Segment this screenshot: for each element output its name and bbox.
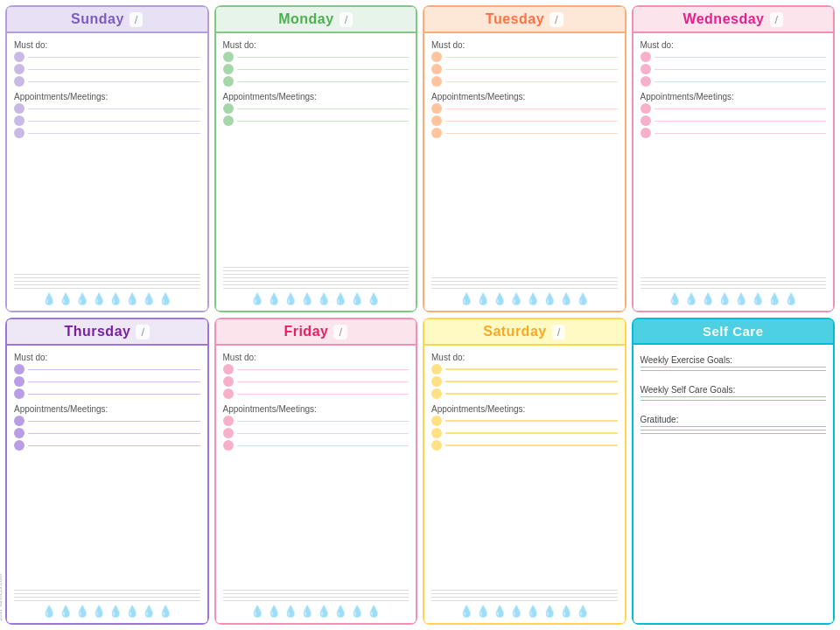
sunday-appt-row-3 [14,128,200,138]
monday-slash[interactable]: / [340,12,354,27]
monday-notes [223,130,410,289]
monday-drop-6: 💧 [333,292,347,305]
tuesday-header: Tuesday / [423,5,626,33]
saturday-note-3 [431,597,618,598]
day-card-friday: Friday / Must do: Appointments/Meetings:… [214,318,418,625]
thursday-bullet-2 [14,376,24,387]
tuesday-bullet-2 [431,64,442,74]
monday-note-4 [223,277,410,278]
saturday-appt-bullet-3 [431,440,442,451]
wednesday-note-1 [640,277,827,278]
saturday-header: Saturday / [423,318,626,346]
friday-appt-bullet-2 [223,428,234,438]
selfcare-gratitude-line-1 [640,426,827,427]
saturday-drop-5: 💧 [526,605,540,618]
sunday-drop-5: 💧 [108,292,122,305]
sunday-must-row-3 [14,76,200,87]
saturday-note-1 [431,590,618,591]
wednesday-drop-4: 💧 [718,292,732,305]
sunday-must-do-label: Must do: [14,40,200,50]
tuesday-must-do-label: Must do: [431,40,618,50]
wednesday-drop-3: 💧 [701,292,715,305]
wednesday-notes [640,143,827,289]
selfcare-gratitude-line-2 [640,430,827,430]
sunday-body: Must do: Appointments/Meetings: 💧 💧 💧 💧 … [5,33,209,312]
tuesday-notes [431,143,618,289]
tuesday-drop-6: 💧 [542,292,556,305]
tuesday-drop-4: 💧 [509,292,523,305]
friday-notes [223,455,410,601]
sunday-bullet-1 [14,52,24,62]
monday-note-1 [223,267,410,268]
friday-slash[interactable]: / [333,325,347,340]
watermark: 101Planners.com [0,574,3,621]
thursday-bullet-1 [14,364,24,374]
sunday-drop-1: 💧 [42,292,56,305]
saturday-drop-3: 💧 [493,605,507,618]
saturday-water-row: 💧 💧 💧 💧 💧 💧 💧 💧 [431,605,618,620]
wednesday-bullet-1 [640,52,651,62]
selfcare-goals-line-1 [640,396,827,397]
friday-drop-7: 💧 [350,605,364,618]
monday-header: Monday / [214,5,418,33]
saturday-slash[interactable]: / [552,325,566,340]
monday-must-do-label: Must do: [223,40,410,50]
day-card-thursday: Thursday / Must do: Appointments/Meeting… [5,318,209,625]
thursday-drop-3: 💧 [75,605,89,618]
saturday-drop-6: 💧 [542,605,556,618]
selfcare-title: Self Care [703,324,764,339]
monday-note-5 [223,281,410,282]
saturday-must-do-label: Must do: [431,353,618,362]
thursday-appt-bullet-2 [14,428,24,438]
tuesday-note-3 [431,284,618,285]
friday-header: Friday / [214,318,418,346]
friday-drop-8: 💧 [367,605,381,618]
tuesday-slash[interactable]: / [550,12,564,27]
friday-appt-label: Appointments/Meetings: [223,404,410,414]
friday-note-3 [223,597,410,598]
thursday-drop-4: 💧 [92,605,106,618]
friday-note-4 [223,600,410,601]
sunday-slash[interactable]: / [130,12,144,27]
friday-appt-bullet-3 [223,440,234,451]
selfcare-exercise-line-2 [640,370,827,371]
friday-drop-1: 💧 [250,605,264,618]
sunday-appt-bullet-3 [14,128,24,138]
saturday-bullet-1 [431,364,442,374]
thursday-slash[interactable]: / [136,325,150,340]
sunday-bullet-2 [14,64,24,74]
sunday-title: Sunday [71,11,124,27]
wednesday-slash[interactable]: / [770,12,784,27]
friday-drop-6: 💧 [333,605,347,618]
saturday-drop-2: 💧 [476,605,490,618]
wednesday-must-do-label: Must do: [640,40,827,50]
selfcare-gratitude-section: Gratitude: [640,415,827,434]
wednesday-appt-bullet-1 [640,103,651,114]
monday-appt-bullet-2 [223,116,234,126]
friday-drop-4: 💧 [300,605,314,618]
sunday-note-line-1 [14,274,200,275]
saturday-bullet-3 [431,388,442,399]
selfcare-exercise-section: Weekly Exercise Goals: [640,355,827,371]
wednesday-drop-1: 💧 [668,292,682,305]
day-card-monday: Monday / Must do: Appointments/Meetings:… [214,5,418,312]
thursday-appt-label: Appointments/Meetings: [14,404,200,414]
friday-water-row: 💧 💧 💧 💧 💧 💧 💧 💧 [223,605,410,620]
friday-bullet-3 [223,388,234,399]
sunday-drop-7: 💧 [142,292,156,305]
thursday-header: Thursday / [5,318,209,346]
tuesday-note-2 [431,281,618,282]
monday-drop-2: 💧 [267,292,281,305]
tuesday-drop-3: 💧 [493,292,507,305]
wednesday-appt-label: Appointments/Meetings: [640,92,827,102]
day-card-wednesday: Wednesday / Must do: Appointments/Meetin… [632,5,836,312]
friday-drop-3: 💧 [284,605,298,618]
tuesday-appt-label: Appointments/Meetings: [431,92,618,102]
monday-drop-8: 💧 [367,292,381,305]
sunday-water-row: 💧 💧 💧 💧 💧 💧 💧 💧 [14,292,200,307]
day-card-selfcare: Self Care Weekly Exercise Goals: Weekly … [632,318,836,625]
sunday-appt-bullet-1 [14,103,24,114]
sunday-drop-4: 💧 [92,292,106,305]
thursday-note-1 [14,590,200,591]
thursday-water-row: 💧 💧 💧 💧 💧 💧 💧 💧 [14,605,200,620]
